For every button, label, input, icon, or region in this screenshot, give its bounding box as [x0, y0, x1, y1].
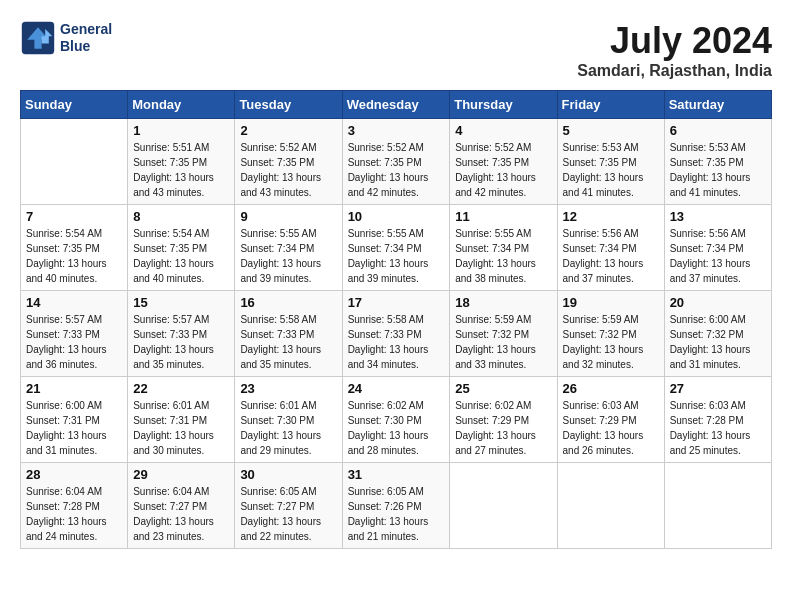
day-number: 30: [240, 467, 336, 482]
day-number: 15: [133, 295, 229, 310]
calendar-cell: 28Sunrise: 6:04 AM Sunset: 7:28 PM Dayli…: [21, 463, 128, 549]
calendar-cell: 23Sunrise: 6:01 AM Sunset: 7:30 PM Dayli…: [235, 377, 342, 463]
calendar-cell: 15Sunrise: 5:57 AM Sunset: 7:33 PM Dayli…: [128, 291, 235, 377]
day-number: 31: [348, 467, 445, 482]
day-number: 11: [455, 209, 551, 224]
logo-text: General Blue: [60, 21, 112, 55]
day-header-friday: Friday: [557, 91, 664, 119]
day-number: 2: [240, 123, 336, 138]
day-detail: Sunrise: 5:53 AM Sunset: 7:35 PM Dayligh…: [670, 142, 751, 198]
calendar-cell: 19Sunrise: 5:59 AM Sunset: 7:32 PM Dayli…: [557, 291, 664, 377]
logo-icon: [20, 20, 56, 56]
main-title: July 2024: [577, 20, 772, 62]
day-number: 26: [563, 381, 659, 396]
calendar-cell: 12Sunrise: 5:56 AM Sunset: 7:34 PM Dayli…: [557, 205, 664, 291]
day-number: 9: [240, 209, 336, 224]
calendar-cell: 6Sunrise: 5:53 AM Sunset: 7:35 PM Daylig…: [664, 119, 771, 205]
day-number: 17: [348, 295, 445, 310]
day-detail: Sunrise: 5:55 AM Sunset: 7:34 PM Dayligh…: [455, 228, 536, 284]
day-number: 24: [348, 381, 445, 396]
day-detail: Sunrise: 6:03 AM Sunset: 7:29 PM Dayligh…: [563, 400, 644, 456]
day-detail: Sunrise: 5:53 AM Sunset: 7:35 PM Dayligh…: [563, 142, 644, 198]
day-detail: Sunrise: 5:52 AM Sunset: 7:35 PM Dayligh…: [455, 142, 536, 198]
calendar-cell: 1Sunrise: 5:51 AM Sunset: 7:35 PM Daylig…: [128, 119, 235, 205]
day-number: 5: [563, 123, 659, 138]
subtitle: Samdari, Rajasthan, India: [577, 62, 772, 80]
calendar-cell: 9Sunrise: 5:55 AM Sunset: 7:34 PM Daylig…: [235, 205, 342, 291]
day-detail: Sunrise: 6:04 AM Sunset: 7:27 PM Dayligh…: [133, 486, 214, 542]
calendar-cell: 2Sunrise: 5:52 AM Sunset: 7:35 PM Daylig…: [235, 119, 342, 205]
day-number: 27: [670, 381, 766, 396]
calendar-cell: 13Sunrise: 5:56 AM Sunset: 7:34 PM Dayli…: [664, 205, 771, 291]
day-detail: Sunrise: 5:59 AM Sunset: 7:32 PM Dayligh…: [563, 314, 644, 370]
day-number: 21: [26, 381, 122, 396]
day-detail: Sunrise: 6:00 AM Sunset: 7:32 PM Dayligh…: [670, 314, 751, 370]
day-detail: Sunrise: 5:52 AM Sunset: 7:35 PM Dayligh…: [348, 142, 429, 198]
calendar-cell: 10Sunrise: 5:55 AM Sunset: 7:34 PM Dayli…: [342, 205, 450, 291]
day-header-tuesday: Tuesday: [235, 91, 342, 119]
calendar-cell: 17Sunrise: 5:58 AM Sunset: 7:33 PM Dayli…: [342, 291, 450, 377]
page-header: General Blue July 2024 Samdari, Rajastha…: [20, 20, 772, 80]
day-number: 12: [563, 209, 659, 224]
day-detail: Sunrise: 5:54 AM Sunset: 7:35 PM Dayligh…: [26, 228, 107, 284]
day-number: 19: [563, 295, 659, 310]
day-detail: Sunrise: 6:01 AM Sunset: 7:30 PM Dayligh…: [240, 400, 321, 456]
day-number: 4: [455, 123, 551, 138]
day-detail: Sunrise: 5:56 AM Sunset: 7:34 PM Dayligh…: [670, 228, 751, 284]
calendar-cell: 20Sunrise: 6:00 AM Sunset: 7:32 PM Dayli…: [664, 291, 771, 377]
calendar-cell: 18Sunrise: 5:59 AM Sunset: 7:32 PM Dayli…: [450, 291, 557, 377]
day-number: 6: [670, 123, 766, 138]
week-row-2: 7Sunrise: 5:54 AM Sunset: 7:35 PM Daylig…: [21, 205, 772, 291]
calendar-cell: 11Sunrise: 5:55 AM Sunset: 7:34 PM Dayli…: [450, 205, 557, 291]
day-detail: Sunrise: 6:02 AM Sunset: 7:29 PM Dayligh…: [455, 400, 536, 456]
day-number: 20: [670, 295, 766, 310]
day-detail: Sunrise: 5:55 AM Sunset: 7:34 PM Dayligh…: [348, 228, 429, 284]
calendar-cell: 21Sunrise: 6:00 AM Sunset: 7:31 PM Dayli…: [21, 377, 128, 463]
day-number: 22: [133, 381, 229, 396]
day-header-saturday: Saturday: [664, 91, 771, 119]
week-row-4: 21Sunrise: 6:00 AM Sunset: 7:31 PM Dayli…: [21, 377, 772, 463]
calendar-cell: 29Sunrise: 6:04 AM Sunset: 7:27 PM Dayli…: [128, 463, 235, 549]
header-row: SundayMondayTuesdayWednesdayThursdayFrid…: [21, 91, 772, 119]
calendar-cell: [557, 463, 664, 549]
day-detail: Sunrise: 6:05 AM Sunset: 7:27 PM Dayligh…: [240, 486, 321, 542]
day-detail: Sunrise: 5:58 AM Sunset: 7:33 PM Dayligh…: [348, 314, 429, 370]
day-detail: Sunrise: 6:00 AM Sunset: 7:31 PM Dayligh…: [26, 400, 107, 456]
day-detail: Sunrise: 5:51 AM Sunset: 7:35 PM Dayligh…: [133, 142, 214, 198]
day-detail: Sunrise: 5:52 AM Sunset: 7:35 PM Dayligh…: [240, 142, 321, 198]
week-row-3: 14Sunrise: 5:57 AM Sunset: 7:33 PM Dayli…: [21, 291, 772, 377]
day-header-wednesday: Wednesday: [342, 91, 450, 119]
day-header-thursday: Thursday: [450, 91, 557, 119]
day-number: 1: [133, 123, 229, 138]
calendar-cell: 3Sunrise: 5:52 AM Sunset: 7:35 PM Daylig…: [342, 119, 450, 205]
week-row-5: 28Sunrise: 6:04 AM Sunset: 7:28 PM Dayli…: [21, 463, 772, 549]
day-number: 3: [348, 123, 445, 138]
day-number: 7: [26, 209, 122, 224]
logo-line2: Blue: [60, 38, 112, 55]
day-number: 25: [455, 381, 551, 396]
calendar-cell: 8Sunrise: 5:54 AM Sunset: 7:35 PM Daylig…: [128, 205, 235, 291]
day-detail: Sunrise: 5:54 AM Sunset: 7:35 PM Dayligh…: [133, 228, 214, 284]
calendar-cell: [21, 119, 128, 205]
calendar-cell: 4Sunrise: 5:52 AM Sunset: 7:35 PM Daylig…: [450, 119, 557, 205]
calendar-cell: 16Sunrise: 5:58 AM Sunset: 7:33 PM Dayli…: [235, 291, 342, 377]
calendar-cell: [664, 463, 771, 549]
day-header-monday: Monday: [128, 91, 235, 119]
day-number: 14: [26, 295, 122, 310]
day-detail: Sunrise: 6:01 AM Sunset: 7:31 PM Dayligh…: [133, 400, 214, 456]
day-detail: Sunrise: 6:02 AM Sunset: 7:30 PM Dayligh…: [348, 400, 429, 456]
day-number: 16: [240, 295, 336, 310]
day-number: 13: [670, 209, 766, 224]
day-number: 8: [133, 209, 229, 224]
calendar-cell: 25Sunrise: 6:02 AM Sunset: 7:29 PM Dayli…: [450, 377, 557, 463]
calendar-cell: 7Sunrise: 5:54 AM Sunset: 7:35 PM Daylig…: [21, 205, 128, 291]
day-detail: Sunrise: 5:59 AM Sunset: 7:32 PM Dayligh…: [455, 314, 536, 370]
day-detail: Sunrise: 5:56 AM Sunset: 7:34 PM Dayligh…: [563, 228, 644, 284]
day-number: 23: [240, 381, 336, 396]
day-detail: Sunrise: 6:03 AM Sunset: 7:28 PM Dayligh…: [670, 400, 751, 456]
day-header-sunday: Sunday: [21, 91, 128, 119]
calendar-cell: 5Sunrise: 5:53 AM Sunset: 7:35 PM Daylig…: [557, 119, 664, 205]
calendar-cell: 27Sunrise: 6:03 AM Sunset: 7:28 PM Dayli…: [664, 377, 771, 463]
calendar-cell: 22Sunrise: 6:01 AM Sunset: 7:31 PM Dayli…: [128, 377, 235, 463]
day-detail: Sunrise: 5:57 AM Sunset: 7:33 PM Dayligh…: [26, 314, 107, 370]
